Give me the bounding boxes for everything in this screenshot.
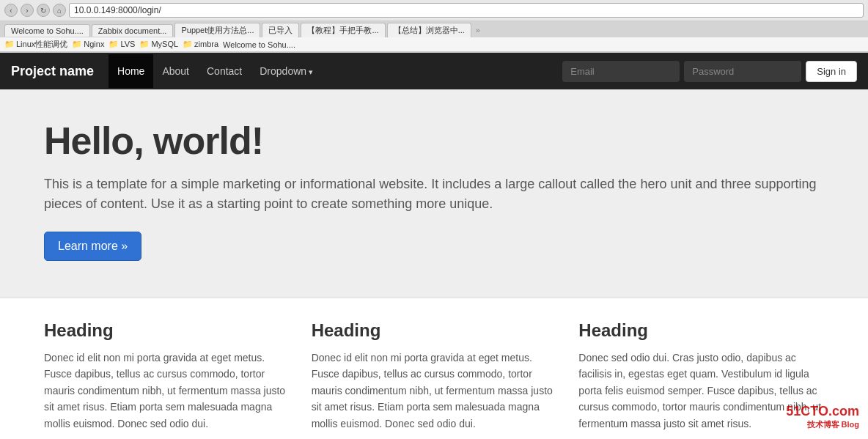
nav-link-contact[interactable]: Contact (198, 54, 251, 88)
watermark: 51CTO.com 技术博客 Blog (786, 404, 859, 430)
column-1-body: Donec id elit non mi porta gravida at eg… (44, 350, 290, 432)
watermark-sub: 技术博客 Blog (786, 419, 859, 430)
tab-2[interactable]: Zabbix document... (92, 24, 174, 37)
nav-item-about[interactable]: About (153, 54, 198, 88)
browser-bookmarks: 📁Linux性能调优 📁Nginx 📁LVS 📁MySQL 📁zimbra We… (0, 37, 868, 52)
forward-button[interactable]: › (21, 4, 34, 17)
nav-item-contact[interactable]: Contact (198, 54, 251, 88)
column-2-body: Donec id elit non mi porta gravida at eg… (312, 350, 557, 432)
browser-toolbar: ‹ › ↻ ⌂ (0, 0, 868, 21)
nav-item-dropdown[interactable]: Dropdown (251, 54, 322, 88)
email-input[interactable] (562, 61, 680, 82)
tab-6[interactable]: 【总结】浏览器中... (387, 23, 471, 37)
bookmark-linux[interactable]: 📁Linux性能调优 (4, 39, 67, 50)
nav-link-about[interactable]: About (153, 54, 198, 88)
bookmark-mysql[interactable]: 📁MySQL (139, 40, 178, 49)
tab-5[interactable]: 【教程】手把手教... (301, 23, 385, 37)
column-2-heading: Heading (312, 320, 557, 341)
bookmark-zimbra[interactable]: 📁zimbra (183, 40, 218, 49)
url-bar[interactable] (69, 3, 864, 18)
back-button[interactable]: ‹ (4, 4, 18, 17)
column-1-heading: Heading (44, 320, 290, 341)
column-3-heading: Heading (578, 320, 824, 341)
browser-chrome: ‹ › ↻ ⌂ Welcome to Sohu.... Zabbix docum… (0, 0, 868, 53)
navbar-nav: Home About Contact Dropdown (108, 54, 322, 88)
watermark-site: 51CTO.com (786, 404, 859, 418)
columns: Heading Donec id elit non mi porta gravi… (44, 320, 824, 439)
signin-button[interactable]: Sign in (806, 61, 857, 82)
tab-1[interactable]: Welcome to Sohu.... (4, 24, 90, 37)
nav-link-dropdown[interactable]: Dropdown (251, 54, 322, 88)
home-button[interactable]: ⌂ (53, 4, 66, 17)
bookmark-welcome[interactable]: Welcome to Sohu.... (223, 40, 295, 49)
navbar-brand[interactable]: Project name (11, 53, 94, 90)
more-tabs[interactable]: » (476, 26, 480, 34)
content-section: Heading Donec id elit non mi porta gravi… (0, 298, 868, 439)
learn-more-button[interactable]: Learn more » (44, 232, 141, 261)
password-input[interactable] (684, 61, 801, 82)
hero-heading: Hello, world! (44, 119, 824, 163)
tab-3[interactable]: Puppet使用方法总... (174, 23, 260, 37)
reload-button[interactable]: ↻ (37, 4, 50, 17)
browser-tabs: Welcome to Sohu.... Zabbix document... P… (0, 21, 868, 37)
hero-description: This is a template for a simple marketin… (44, 174, 821, 214)
nav-link-home[interactable]: Home (108, 54, 153, 88)
bookmark-nginx[interactable]: 📁Nginx (72, 40, 104, 49)
nav-item-home[interactable]: Home (108, 54, 153, 88)
tab-4[interactable]: 已导入 (262, 23, 299, 37)
jumbotron: Hello, world! This is a template for a s… (0, 89, 868, 298)
bookmark-lvs[interactable]: 📁LVS (108, 40, 135, 49)
column-1: Heading Donec id elit non mi porta gravi… (44, 320, 290, 439)
column-2: Heading Donec id elit non mi porta gravi… (312, 320, 557, 439)
navbar-right: Sign in (562, 61, 857, 82)
navbar: Project name Home About Contact Dropdown… (0, 53, 868, 89)
